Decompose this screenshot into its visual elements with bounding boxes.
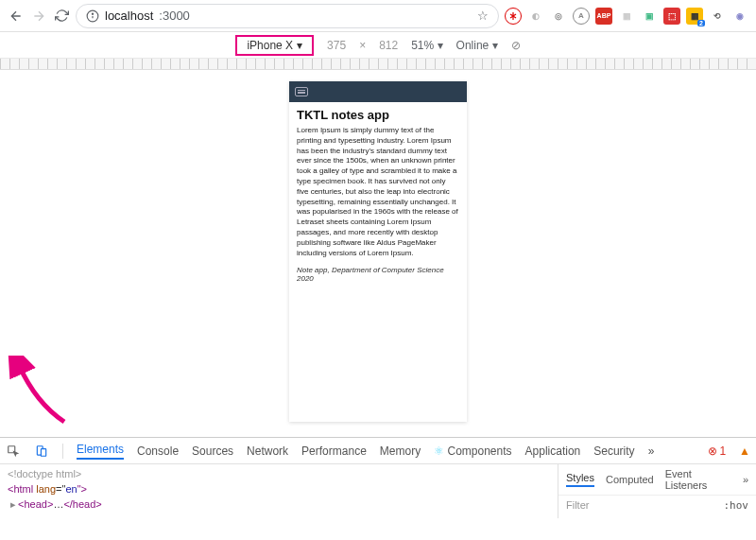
tab-security[interactable]: Security (593, 444, 634, 458)
star-icon[interactable]: ☆ (477, 9, 489, 23)
hov-toggle[interactable]: :hov (724, 499, 749, 512)
tab-memory[interactable]: Memory (380, 444, 421, 458)
app-navbar (289, 81, 467, 102)
ext-icon-3[interactable]: A (573, 8, 590, 25)
code-doctype: <!doctype html> (8, 468, 81, 479)
more-tabs-icon[interactable]: » (648, 444, 655, 458)
reload-button[interactable] (53, 8, 70, 25)
ext-icon-9[interactable]: ◉ (731, 8, 748, 25)
info-icon (86, 9, 99, 23)
error-count[interactable]: ⊗ 1 (708, 444, 726, 458)
device-name: iPhone X (247, 39, 293, 52)
times-icon: × (359, 39, 366, 52)
tab-elements[interactable]: Elements (77, 443, 124, 460)
tab-network[interactable]: Network (247, 444, 288, 458)
ublock-icon[interactable] (505, 8, 522, 25)
address-bar[interactable]: localhost:3000 ☆ (76, 4, 499, 28)
ext-icon-8[interactable]: ⟲ (709, 8, 726, 25)
rotate-icon[interactable]: ⊘ (511, 39, 521, 52)
inspect-icon[interactable] (6, 444, 21, 459)
device-select[interactable]: iPhone X ▾ (235, 35, 314, 56)
ext-icon-4[interactable]: ▦ (618, 8, 635, 25)
devtools-tabs: Elements Console Sources Network Perform… (0, 437, 756, 463)
tab-sources[interactable]: Sources (192, 444, 233, 458)
svg-rect-5 (41, 448, 45, 456)
app-content: TKTL notes app Lorem Ipsum is simply dum… (289, 102, 467, 288)
tab-styles[interactable]: Styles (566, 472, 594, 487)
viewport-width[interactable]: 375 (327, 39, 346, 52)
viewport-height[interactable]: 812 (379, 39, 398, 52)
emulated-viewport: TKTL notes app Lorem Ipsum is simply dum… (0, 70, 756, 437)
tab-console[interactable]: Console (137, 444, 179, 458)
tab-application[interactable]: Application (525, 444, 581, 458)
throttle-select[interactable]: Online ▾ (456, 39, 498, 52)
expand-icon[interactable]: ▸ (10, 498, 16, 510)
tab-listeners[interactable]: Event Listeners (665, 468, 731, 491)
tab-components[interactable]: ⚛ Components (434, 444, 511, 458)
page-footer: Note app, Department of Computer Science… (297, 266, 459, 283)
extension-icons: ◐ ◎ A ABP ▦ ▣ ⬚ ▦2 ⟲ ◉ (505, 8, 748, 25)
ext-icon-6[interactable]: ⬚ (663, 8, 680, 25)
abp-icon[interactable]: ABP (595, 8, 612, 25)
more-icon[interactable]: » (743, 474, 748, 485)
ext-icon-2[interactable]: ◎ (550, 8, 567, 25)
dropdown-icon: ▾ (297, 39, 302, 52)
device-toggle-icon[interactable] (34, 444, 49, 459)
react-icon: ⚛ (434, 444, 444, 458)
page-body: Lorem Ipsum is simply dummy text of the … (297, 126, 459, 258)
phone-frame: TKTL notes app Lorem Ipsum is simply dum… (289, 81, 467, 422)
svg-point-2 (92, 13, 93, 14)
device-toolbar: iPhone X ▾ 375 × 812 51% ▾ Online ▾ ⊘ (0, 32, 756, 59)
warning-count[interactable]: ▲ (739, 444, 750, 458)
browser-toolbar: localhost:3000 ☆ ◐ ◎ A ABP ▦ ▣ ⬚ ▦2 ⟲ ◉ (0, 0, 756, 32)
page-title: TKTL notes app (297, 108, 459, 122)
tab-performance[interactable]: Performance (301, 444, 367, 458)
url-port: :3000 (159, 9, 190, 23)
ext-icon-7[interactable]: ▦2 (686, 8, 703, 25)
styles-panel: Styles Computed Event Listeners » Filter… (558, 464, 756, 518)
filter-input[interactable]: Filter (566, 499, 589, 512)
back-button[interactable] (8, 8, 25, 25)
ruler (0, 59, 756, 70)
forward-button[interactable] (30, 8, 47, 25)
tab-computed[interactable]: Computed (606, 474, 654, 485)
hamburger-icon[interactable] (295, 87, 308, 96)
devtools-body: <!doctype html> <html lang="en"> ▸<head>… (0, 463, 756, 518)
ext-icon-1[interactable]: ◐ (527, 8, 544, 25)
zoom-select[interactable]: 51% ▾ (411, 39, 442, 52)
elements-panel[interactable]: <!doctype html> <html lang="en"> ▸<head>… (0, 464, 558, 518)
url-host: localhost (105, 9, 153, 23)
ext-icon-5[interactable]: ▣ (641, 8, 658, 25)
annotation-arrow (8, 356, 74, 431)
